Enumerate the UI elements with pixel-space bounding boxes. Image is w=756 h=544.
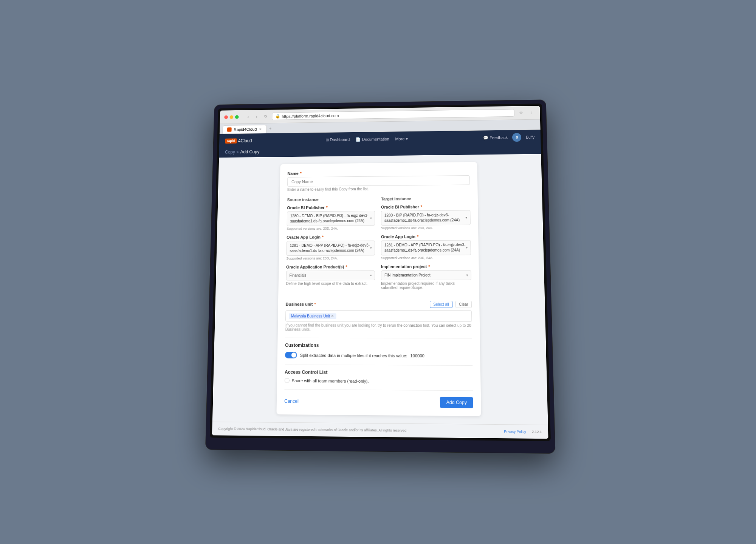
target-bi-value[interactable]: 1280 - BIP (RAPID.PO) - fa-eqjz-dev3-saa… (381, 210, 471, 226)
dashboard-label: Dashboard (330, 137, 350, 142)
add-copy-button[interactable]: Add Copy (440, 397, 473, 408)
more-label: More (395, 136, 405, 141)
source-bi-value[interactable]: 1280 - DEMO - BIP (RAPID.PO) - fa-eqjz-d… (287, 211, 375, 226)
business-unit-hint: If you cannot find the business unit you… (285, 323, 472, 332)
business-unit-tag: Malaysia Business Unit ✕ (289, 313, 336, 318)
source-app-select-wrapper: 1281 - DEMO - APP (RAPID.PO) - fa-eqjz-d… (287, 240, 375, 255)
tab-close-icon[interactable]: ✕ (259, 127, 262, 131)
back-button[interactable]: ‹ (245, 113, 252, 120)
footer-separator: · (528, 430, 530, 434)
select-all-button[interactable]: Select all (430, 301, 452, 308)
user-initials: B (516, 135, 518, 139)
cancel-button[interactable]: Cancel (284, 398, 299, 404)
footer-copyright: Copyright © 2024 Rapid4Cloud. Oracle and… (218, 427, 407, 432)
acl-radio-row: Share with all team members (read-only). (285, 378, 473, 384)
target-app-value[interactable]: 1281 - DEMO - APP (RAPID.PO) - fa-eqjz-d… (381, 240, 471, 255)
name-input[interactable] (287, 175, 470, 187)
nav-links: ⊞ Dashboard 📄 Documentation More ▾ (325, 136, 408, 142)
logo-4cloud-text: 4Cloud (238, 138, 252, 143)
target-app-section: Oracle App Login * 1281 - DEMO - APP (RA… (381, 234, 471, 260)
feedback-label: Feedback (490, 135, 508, 140)
source-instance-title: Source instance (287, 196, 375, 202)
target-app-versions: Supported versions are: 23D, 24A. (381, 256, 471, 260)
maximize-button-icon[interactable] (235, 115, 239, 119)
business-unit-header: Business unit * Select all Clear (286, 300, 472, 308)
tag-label: Malaysia Business Unit (291, 314, 330, 318)
business-unit-section: Business unit * Select all Clear Malaysi… (285, 300, 472, 332)
source-products-value[interactable]: Financials (286, 270, 375, 280)
source-bi-section: Oracle BI Publisher * 1280 - DEMO - BIP … (287, 205, 375, 230)
split-value: 100000 (410, 353, 424, 357)
customizations-title: Customizations (285, 342, 472, 348)
form-footer: Cancel Add Copy (284, 389, 473, 408)
customizations-section: Customizations Split extracted data in m… (285, 342, 472, 359)
tab-favicon-icon (227, 127, 232, 131)
toggle-thumb (291, 352, 296, 357)
name-section: Name * Enter a name to easily find this … (287, 169, 470, 192)
clear-button[interactable]: Clear (455, 301, 472, 308)
business-unit-tag-input[interactable]: Malaysia Business Unit ✕ (285, 310, 472, 322)
reload-button[interactable]: ↻ (262, 113, 270, 120)
source-app-section: Oracle App Login * 1281 - DEMO - APP (RA… (286, 234, 375, 260)
traffic-lights (224, 115, 239, 119)
source-instance-column: Source instance Oracle BI Publisher * 12… (286, 196, 375, 294)
nav-dashboard-link[interactable]: ⊞ Dashboard (325, 137, 350, 142)
privacy-policy-link[interactable]: Privacy Policy (504, 429, 526, 433)
target-instance-column: Target instance Oracle BI Publisher * 12… (381, 196, 472, 294)
laptop-frame: ‹ › ↻ 🔒 https://platform.rapid4cloud.com… (206, 100, 555, 453)
more-chevron-icon: ▾ (406, 136, 408, 141)
breadcrumb-separator: > (236, 150, 239, 154)
target-bi-versions: Supported versions are: 23D, 24A. (381, 226, 471, 230)
dashboard-icon: ⊞ (325, 137, 329, 142)
target-app-label: Oracle App Login * (381, 234, 471, 239)
browser-window: ‹ › ↻ 🔒 https://platform.rapid4cloud.com… (212, 105, 548, 438)
page-content: Name * Enter a name to easily find this … (212, 154, 548, 425)
feedback-button[interactable]: 💬 Feedback (483, 135, 508, 140)
source-bi-select-wrapper: 1280 - DEMO - BIP (RAPID.PO) - fa-eqjz-d… (287, 211, 375, 226)
active-tab[interactable]: Rapid4Cloud ✕ (222, 125, 266, 133)
screen-bezel: ‹ › ↻ 🔒 https://platform.rapid4cloud.com… (210, 104, 551, 441)
footer-version: 2.12.1 (532, 430, 542, 434)
nav-documentation-link[interactable]: 📄 Documentation (356, 136, 389, 142)
target-impl-value[interactable]: FIN Implementation Project (381, 270, 471, 280)
impl-hint: Implementation project required if any t… (381, 281, 471, 289)
logo-rapid-text: rapid (225, 138, 237, 144)
close-button-icon[interactable] (224, 115, 228, 119)
bookmark-button[interactable]: ☆ (517, 109, 525, 116)
name-hint: Enter a name to easily find this Copy fr… (287, 186, 470, 192)
source-target-columns: Source instance Oracle BI Publisher * 12… (286, 196, 471, 294)
nav-more-link[interactable]: More ▾ (395, 136, 408, 141)
target-impl-label: Implementation project * (381, 264, 471, 269)
forward-button[interactable]: › (253, 113, 261, 120)
tag-remove-icon[interactable]: ✕ (331, 314, 334, 318)
doc-icon: 📄 (356, 137, 361, 142)
name-label: Name * (288, 169, 470, 175)
app-container: rapid 4Cloud ⊞ Dashboard 📄 Documentation (212, 130, 548, 439)
split-toggle[interactable] (285, 352, 297, 358)
source-app-value[interactable]: 1281 - DEMO - APP (RAPID.PO) - fa-eqjz-d… (287, 240, 375, 255)
address-bar[interactable]: 🔒 https://platform.rapid4cloud.com (272, 109, 514, 120)
target-instance-title: Target instance (381, 196, 470, 201)
source-bi-versions: Supported versions are: 23D, 24A. (287, 226, 375, 230)
acl-share-label: Share with all team members (read-only). (292, 378, 369, 383)
minimize-button-icon[interactable] (230, 115, 234, 119)
browser-nav: ‹ › ↻ (245, 113, 269, 120)
user-avatar[interactable]: B (512, 133, 522, 142)
acl-title: Access Control List (285, 369, 473, 376)
breadcrumb-parent[interactable]: Copy (225, 149, 235, 155)
acl-radio-input[interactable] (285, 378, 290, 383)
target-bi-label: Oracle BI Publisher * (381, 204, 470, 209)
url-text: https://platform.rapid4cloud.com (282, 113, 339, 118)
source-bi-label: Oracle BI Publisher * (287, 205, 375, 210)
target-bi-section: Oracle BI Publisher * 1280 - BIP (RAPID.… (381, 204, 471, 230)
source-app-versions: Supported versions are: 23D, 24A. (286, 256, 375, 260)
new-tab-button[interactable]: + (266, 124, 274, 133)
products-hint: Define the high-level scope of the data … (286, 281, 375, 285)
business-unit-actions: Select all Clear (430, 300, 472, 308)
source-products-label: Oracle Application Product(s) * (286, 264, 375, 269)
target-impl-section: Implementation project * FIN Implementat… (381, 264, 471, 290)
app-logo: rapid 4Cloud (225, 138, 252, 143)
acl-divider (285, 364, 472, 365)
menu-button[interactable]: ⋮ (528, 109, 535, 116)
nav-right: 💬 Feedback B Buffy (483, 133, 534, 142)
